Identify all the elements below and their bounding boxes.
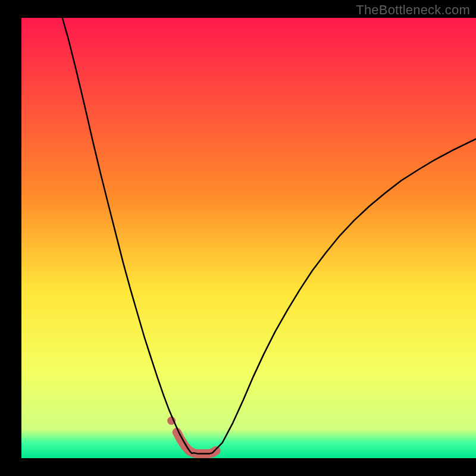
- watermark-text: TheBottleneck.com: [356, 2, 470, 18]
- plot-background: [21, 18, 476, 458]
- chart-stage: TheBottleneck.com: [0, 0, 476, 476]
- bottleneck-chart: [0, 0, 476, 476]
